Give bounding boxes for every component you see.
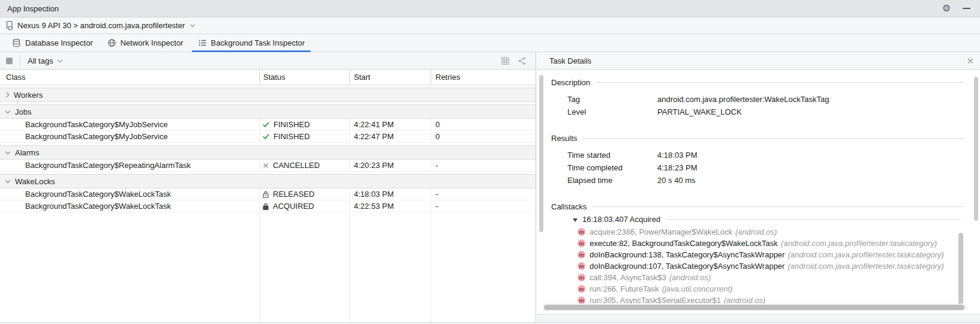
chevron-down-icon: [190, 22, 195, 27]
check-icon: [262, 121, 270, 128]
gear-icon[interactable]: ⚙: [942, 4, 951, 13]
chevron-down-icon: [5, 149, 10, 154]
close-icon[interactable]: ✕: [966, 56, 974, 65]
group-label: Jobs: [15, 107, 31, 116]
database-icon: [12, 38, 21, 47]
section-title: Results: [551, 134, 577, 143]
globe-icon: [107, 38, 116, 47]
field-value: android.com.java.profilertester:WakeLock…: [657, 95, 829, 104]
window-title: App Inspection: [7, 4, 59, 13]
details-vertical-scrollbar[interactable]: [974, 77, 978, 221]
field-level: Level PARTIAL_WAKE_LOCK: [551, 106, 980, 118]
titlebar-actions: ⚙: [942, 4, 973, 13]
cell-status: FINISHED: [262, 119, 310, 130]
callstacks-section-header: Callstacks: [551, 202, 980, 211]
status-text: FINISHED: [273, 132, 310, 141]
frame-text: doInBackground:107, TaskCategory$AsyncTa…: [590, 262, 784, 271]
view-mode-icons: [501, 56, 530, 65]
field-tag: Tag android.com.java.profilertester:Wake…: [551, 93, 980, 106]
frame-text: call:394, AsyncTask$3: [590, 273, 666, 282]
titlebar: App Inspection ⚙: [0, 0, 980, 17]
app-inspection-window: App Inspection ⚙ Nexus 9 API 30 > androi…: [0, 0, 980, 324]
tab-database-inspector[interactable]: Database Inspector: [5, 34, 100, 52]
table-toolbar: All tags: [0, 52, 536, 70]
tab-label: Network Inspector: [121, 38, 184, 47]
table-view-icon[interactable]: [501, 56, 510, 65]
table-row[interactable]: BackgroundTaskCategory$RepeatingAlarmTas…: [0, 160, 536, 172]
frame-text: execute:82, BackgroundTaskCategory$WakeL…: [590, 239, 778, 248]
stack-frame[interactable]: m doInBackground:138, TaskCategory$Async…: [578, 249, 980, 260]
tab-background-task-inspector[interactable]: Background Task Inspector: [191, 34, 312, 52]
device-process-bar[interactable]: Nexus 9 API 30 > android.com.java.profil…: [0, 17, 980, 34]
field-label: Level: [567, 107, 657, 116]
frame-package: (android.com.java.profilertester.taskcat…: [781, 239, 937, 248]
stack-frame[interactable]: m doInBackground:107, TaskCategory$Async…: [578, 260, 980, 272]
table-row[interactable]: BackgroundTaskCategory$MyJobService FINI…: [0, 119, 536, 131]
chevron-right-icon: [4, 92, 9, 97]
section-rule: [666, 219, 961, 220]
group-row-workers[interactable]: Workers: [0, 88, 536, 102]
triangle-down-icon: [573, 218, 578, 222]
section-rule: [582, 138, 964, 139]
task-details-header: Task Details ✕: [537, 52, 980, 70]
column-header-status[interactable]: Status: [263, 70, 285, 85]
status-text: ACQUIRED: [273, 202, 314, 211]
tab-label: Database Inspector: [25, 38, 93, 47]
stack-frame[interactable]: m acquire:2386, PowerManager$WakeLock (a…: [578, 226, 980, 238]
tag-filter-dropdown[interactable]: All tags: [28, 56, 53, 65]
cell-start: 4:22:41 PM: [354, 119, 394, 130]
cell-status: ACQUIRED: [262, 200, 314, 212]
table-row[interactable]: BackgroundTaskCategory$WakeLockTask RELE…: [0, 188, 536, 200]
table-row[interactable]: BackgroundTaskCategory$WakeLockTask ACQU…: [0, 200, 536, 212]
frame-package: (android.os): [735, 227, 777, 236]
stack-frame[interactable]: m run:266, FutureTask (java.util.concurr…: [578, 283, 980, 295]
section-rule: [596, 82, 964, 83]
stack-frame[interactable]: m execute:82, BackgroundTaskCategory$Wak…: [578, 238, 980, 249]
cell-status: FINISHED: [262, 131, 310, 142]
method-icon: m: [578, 285, 585, 293]
stop-inspection-icon[interactable]: [6, 58, 13, 64]
cell-retries: -: [435, 200, 438, 212]
callstack-entry-title: 16:18:03.407 Acquired: [582, 215, 660, 224]
chevron-down-icon[interactable]: [57, 57, 62, 62]
frame-package: (android.com.java.profilertester.taskcat…: [787, 262, 943, 271]
frame-text: acquire:2386, PowerManager$WakeLock: [590, 227, 732, 236]
column-header-retries[interactable]: Retries: [435, 70, 460, 85]
horizontal-scrollbar-thumb[interactable]: [544, 305, 964, 310]
method-icon: m: [578, 239, 585, 247]
callstack-vertical-scrollbar[interactable]: [958, 233, 963, 309]
column-header-start[interactable]: Start: [354, 70, 370, 85]
stack-frame-list: m acquire:2386, PowerManager$WakeLock (a…: [551, 226, 980, 306]
cell-class: BackgroundTaskCategory$MyJobService: [25, 119, 168, 130]
stack-frame[interactable]: m call:394, AsyncTask$3 (android.os): [578, 272, 980, 283]
section-rule: [592, 206, 964, 207]
field-time-completed: Time completed 4:18:23 PM: [551, 161, 980, 174]
field-value: 4:18:23 PM: [657, 163, 698, 172]
list-icon: [198, 38, 207, 47]
cell-class: BackgroundTaskCategory$MyJobService: [25, 131, 168, 142]
column-header-class[interactable]: Class: [6, 70, 26, 85]
group-row-alarms[interactable]: Alarms: [0, 145, 536, 160]
field-label: Time started: [567, 151, 657, 160]
task-details-panel: Task Details ✕ Description Tag android.c…: [537, 52, 980, 322]
callstack-entry[interactable]: 16:18:03.407 Acquired: [573, 215, 980, 224]
cell-start: 4:18:03 PM: [354, 188, 394, 200]
field-value: PARTIAL_WAKE_LOCK: [657, 107, 742, 116]
inspector-tabbar: Database Inspector Network Inspector Bac…: [0, 34, 980, 52]
cell-status: CANCELLED: [262, 160, 320, 171]
chevron-down-icon: [5, 178, 10, 182]
table-row[interactable]: BackgroundTaskCategory$MyJobService FINI…: [0, 131, 536, 143]
minimize-icon[interactable]: [963, 8, 970, 9]
cell-start: 4:22:53 PM: [354, 200, 394, 212]
field-label: Time completed: [567, 163, 657, 172]
field-value: 20 s 40 ms: [657, 176, 696, 185]
table-body: Workers Jobs BackgroundTaskCategory$MyJo…: [0, 85, 536, 322]
details-left-scrollbar[interactable]: [539, 75, 543, 232]
tab-network-inspector[interactable]: Network Inspector: [100, 34, 191, 52]
field-label: Elapsed time: [567, 176, 657, 185]
group-row-jobs[interactable]: Jobs: [0, 104, 536, 119]
graph-view-icon[interactable]: [517, 56, 526, 65]
method-icon: m: [578, 228, 585, 236]
group-row-wakelocks[interactable]: WakeLocks: [0, 174, 536, 188]
method-icon: m: [578, 251, 585, 259]
